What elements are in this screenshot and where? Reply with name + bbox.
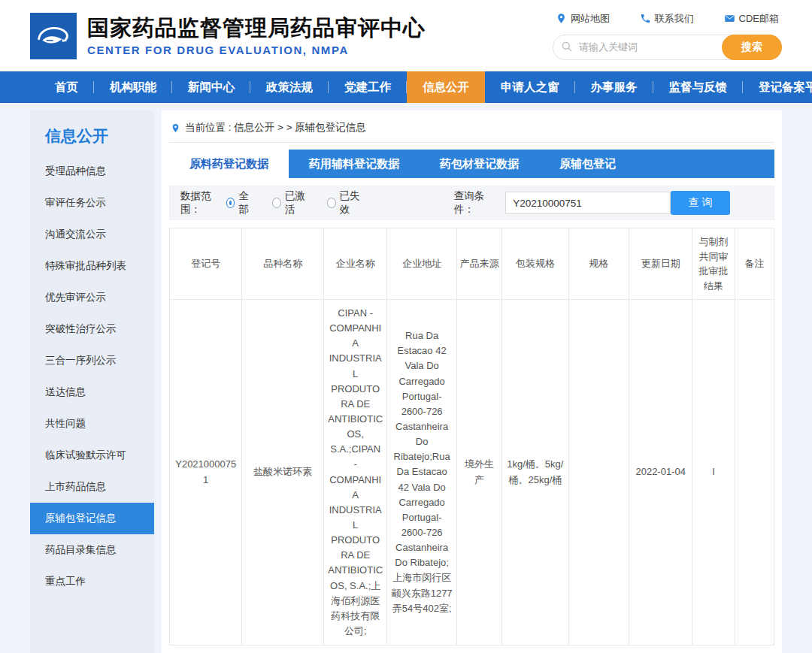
sidebar-item[interactable]: 药品目录集信息 — [30, 534, 154, 566]
table-header-cell: 登记号 — [170, 228, 242, 300]
nav-item[interactable]: 新闻中心 — [172, 71, 250, 103]
table-header-cell: 与制剂共同审批审批结果 — [692, 228, 735, 300]
table-cell: Rua Da Estacao 42 Vala Do Carregado Port… — [387, 300, 456, 645]
sidebar-item[interactable]: 上市药品信息 — [30, 471, 154, 503]
content-panel: 当前位置 : 信息公开 > > 原辅包登记信息 原料药登记数据药用辅料登记数据药… — [162, 110, 782, 653]
site-subtitle: CENTER FOR DRUG EVALUATION, NMPA — [87, 44, 426, 56]
sidebar: 信息公开 受理品种信息审评任务公示沟通交流公示特殊审批品种列表优先审评公示突破性… — [30, 110, 154, 653]
scope-radio[interactable]: 已失效 — [327, 189, 365, 216]
nav-item[interactable]: 申请人之窗 — [485, 71, 575, 103]
nav-item[interactable]: 登记备案平台 — [743, 71, 812, 103]
main-area: 信息公开 受理品种信息审评任务公示沟通交流公示特殊审批品种列表优先审评公示突破性… — [0, 103, 812, 653]
table-header-cell: 企业地址 — [387, 228, 456, 300]
scope-radio-group: 全部 已激活 已失效 — [226, 189, 382, 216]
tab[interactable]: 原辅包登记 — [539, 150, 636, 178]
sidebar-item[interactable]: 临床试验默示许可 — [30, 440, 154, 471]
radio-dot-icon — [226, 198, 235, 208]
tab[interactable]: 原料药登记数据 — [169, 150, 289, 178]
location-pin-icon — [171, 122, 180, 134]
nav-item[interactable]: 党建工作 — [329, 71, 407, 103]
table-header-cell: 企业名称 — [324, 228, 387, 300]
radio-dot-icon — [327, 198, 336, 208]
sidebar-menu: 受理品种信息审评任务公示沟通交流公示特殊审批品种列表优先审评公示突破性治疗公示三… — [30, 156, 154, 597]
tab[interactable]: 药包材登记数据 — [420, 150, 539, 178]
pagination: 共 1 条 上一页 1 下一页 10 条/页 到第 页 确定 — [169, 645, 774, 653]
table-cell: I — [692, 300, 735, 645]
scope-radio[interactable]: 全部 — [226, 189, 256, 216]
table-cell — [568, 300, 629, 645]
header-right: 网站地图 联系我们 CDE邮箱 搜索 — [553, 12, 782, 60]
site-title: 国家药品监督管理局药品审评中心 — [87, 15, 426, 41]
table-cell: CIPAN - COMPANHIA INDUSTRIAL PRODUTORA D… — [324, 300, 387, 645]
sidebar-item[interactable]: 共性问题 — [30, 408, 154, 440]
cde-logo-icon — [30, 13, 77, 59]
sidebar-item[interactable]: 受理品种信息 — [30, 156, 154, 187]
contact-link[interactable]: 联系我们 — [640, 12, 694, 26]
table-cell — [735, 300, 774, 645]
sidebar-item[interactable]: 原辅包登记信息 — [30, 503, 154, 534]
query-button[interactable]: 查 询 — [671, 191, 730, 215]
site-title-block: 国家药品监督管理局药品审评中心 CENTER FOR DRUG EVALUATI… — [87, 15, 426, 56]
nav-item[interactable]: 政策法规 — [250, 71, 329, 103]
sidebar-item[interactable]: 突破性治疗公示 — [30, 313, 154, 345]
registration-table: 登记号品种名称企业名称企业地址产品来源包装规格规格更新日期与制剂共同审批审批结果… — [169, 228, 774, 645]
table-header-cell: 品种名称 — [242, 228, 324, 300]
cde-logo — [30, 13, 77, 59]
sidebar-item[interactable]: 审评任务公示 — [30, 187, 154, 219]
table-header-cell: 更新日期 — [629, 228, 692, 300]
table-header-cell: 包装规格 — [502, 228, 568, 300]
table-cell: 1kg/桶。5kg/桶。25kg/桶 — [502, 300, 568, 645]
sidebar-item[interactable]: 送达信息 — [30, 376, 154, 408]
nav-item[interactable]: 办事服务 — [575, 71, 653, 103]
map-pin-icon — [556, 13, 567, 24]
quick-links: 网站地图 联系我们 CDE邮箱 — [553, 12, 782, 26]
table-header-cell: 备注 — [735, 228, 774, 300]
condition-label: 查询条件： — [454, 189, 500, 216]
cde-mail-link[interactable]: CDE邮箱 — [724, 12, 779, 26]
sidebar-item[interactable]: 沟通交流公示 — [30, 219, 154, 250]
sitemap-link[interactable]: 网站地图 — [556, 12, 610, 26]
main-nav: 首页机构职能新闻中心政策法规党建工作信息公开申请人之窗办事服务监督与反馈登记备案… — [0, 71, 812, 103]
search-button[interactable]: 搜索 — [722, 35, 782, 60]
tab-bar: 原料药登记数据药用辅料登记数据药包材登记数据原辅包登记 — [169, 150, 774, 178]
mail-icon — [724, 13, 735, 24]
table-header-row: 登记号品种名称企业名称企业地址产品来源包装规格规格更新日期与制剂共同审批审批结果… — [170, 228, 774, 300]
condition-input[interactable] — [505, 192, 671, 214]
table-cell: 境外生产 — [456, 300, 501, 645]
sidebar-item[interactable]: 重点工作 — [30, 566, 154, 597]
nav-item[interactable]: 机构职能 — [94, 71, 172, 103]
scope-radio[interactable]: 已激活 — [272, 189, 311, 216]
table-row[interactable]: Y20210000751盐酸米诺环素CIPAN - COMPANHIA INDU… — [170, 300, 774, 645]
nav-item[interactable]: 监督与反馈 — [653, 71, 744, 103]
table-cell: 盐酸米诺环素 — [242, 300, 324, 645]
tab[interactable]: 药用辅料登记数据 — [289, 150, 420, 178]
phone-icon — [640, 13, 651, 24]
search-icon — [561, 41, 573, 53]
table-cell: Y20210000751 — [170, 300, 242, 645]
sidebar-item[interactable]: 三合一序列公示 — [30, 345, 154, 376]
site-header: 国家药品监督管理局药品审评中心 CENTER FOR DRUG EVALUATI… — [0, 0, 812, 71]
sidebar-title: 信息公开 — [30, 122, 154, 156]
sidebar-item[interactable]: 优先审评公示 — [30, 282, 154, 313]
table-cell: 2022-01-04 — [629, 300, 692, 645]
breadcrumb-text: 当前位置 : 信息公开 > > 原辅包登记信息 — [185, 121, 366, 135]
scope-label: 数据范围： — [180, 189, 226, 216]
radio-dot-icon — [272, 198, 281, 208]
site-search: 搜索 — [553, 35, 782, 60]
breadcrumb: 当前位置 : 信息公开 > > 原辅包登记信息 — [169, 119, 774, 143]
sidebar-item[interactable]: 特殊审批品种列表 — [30, 250, 154, 282]
nav-item[interactable]: 信息公开 — [407, 71, 485, 103]
query-bar: 数据范围： 全部 已激活 已失效 查询条件： 查 询 — [169, 186, 774, 220]
table-header-cell: 规格 — [568, 228, 629, 300]
nav-item[interactable]: 首页 — [39, 71, 94, 103]
table-header-cell: 产品来源 — [456, 228, 501, 300]
